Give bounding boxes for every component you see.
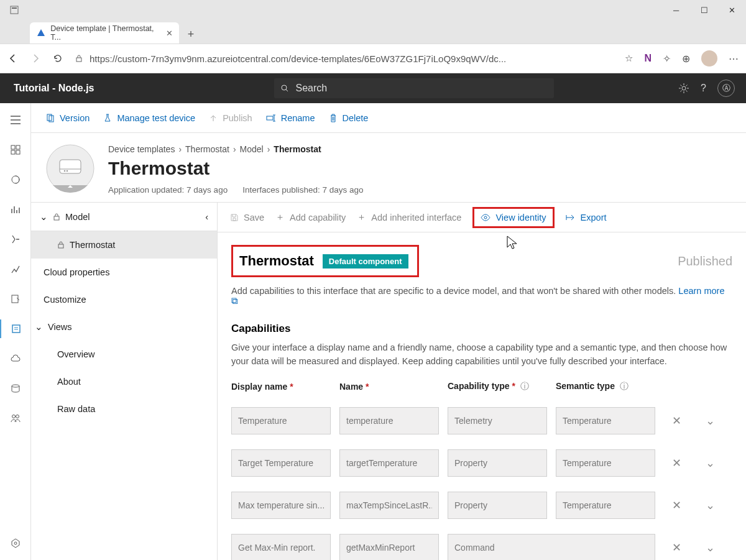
capability-type-input[interactable]: [448, 492, 547, 519]
capability-row: ✕⌄: [231, 534, 732, 561]
profile-avatar[interactable]: [701, 50, 717, 67]
refresh-button[interactable]: [52, 53, 63, 64]
rail-menu[interactable]: [0, 111, 31, 129]
capability-type-input[interactable]: [448, 449, 547, 477]
tree-item-label: Views: [48, 322, 71, 332]
tree-root[interactable]: ⌄ Model ‹: [31, 203, 217, 231]
rail-dashboard[interactable]: [0, 140, 31, 159]
delete-row-icon[interactable]: ✕: [664, 541, 689, 554]
svg-marker-2: [37, 29, 45, 36]
help-icon[interactable]: ?: [701, 83, 706, 94]
tree-item-label: Raw data: [57, 404, 95, 414]
delete-row-icon[interactable]: ✕: [664, 414, 689, 428]
breadcrumb-link[interactable]: Thermostat: [185, 144, 229, 154]
name-input[interactable]: [339, 407, 439, 434]
user-badge[interactable]: Ⓐ: [717, 80, 735, 97]
expand-row-icon[interactable]: ⌄: [698, 498, 722, 512]
svg-rect-9: [16, 150, 20, 154]
tree-item-label: Overview: [57, 349, 94, 359]
tree-item-raw-data[interactable]: Raw data: [31, 395, 217, 423]
search-placeholder: Search: [295, 83, 327, 94]
new-tab-button[interactable]: +: [182, 25, 200, 44]
browser-tab[interactable]: Device template | Thermostat, T... ✕: [30, 22, 179, 44]
rename-button[interactable]: Rename: [266, 113, 315, 123]
display-name-input[interactable]: [231, 534, 331, 561]
add-inherited-button: ＋ Add inherited interface: [357, 211, 461, 223]
description-text: Add capabilities to this interface that …: [231, 286, 676, 296]
address-bar[interactable]: https://custom-7rn3ymv9nm.azureiotcentra…: [71, 53, 637, 64]
name-input[interactable]: [339, 449, 439, 477]
svg-point-24: [67, 170, 68, 172]
capability-row: ✕⌄: [231, 492, 732, 519]
search-input[interactable]: Search: [274, 78, 554, 98]
lock-icon: [75, 54, 83, 63]
expand-row-icon[interactable]: ⌄: [698, 414, 722, 428]
rail-cloud[interactable]: [0, 349, 31, 368]
rail-jobs[interactable]: [0, 230, 31, 249]
rail-rules[interactable]: [0, 260, 31, 278]
breadcrumb: Device templates › Thermostat › Model › …: [108, 144, 731, 154]
component-description: Add capabilities to this interface that …: [231, 286, 732, 306]
minimize-button[interactable]: ─: [662, 1, 690, 19]
manage-test-device-button[interactable]: Manage test device: [103, 113, 195, 123]
semantic-type-input[interactable]: [556, 492, 655, 519]
trash-icon: [329, 114, 338, 122]
settings-icon[interactable]: [678, 83, 689, 94]
rail-admin[interactable]: [0, 409, 31, 428]
version-label: Version: [60, 113, 90, 123]
capability-type-input[interactable]: [448, 407, 547, 434]
tree-item-cloud-properties[interactable]: Cloud properties: [31, 259, 217, 286]
semantic-type-input[interactable]: [556, 449, 655, 477]
version-button[interactable]: Version: [46, 113, 90, 123]
breadcrumb-link[interactable]: Model: [240, 144, 264, 154]
semantic-type-input[interactable]: [556, 407, 655, 434]
tree-item-label: Customize: [44, 295, 86, 305]
svg-rect-12: [12, 325, 20, 333]
tree-item-views[interactable]: ⌄ Views: [31, 313, 217, 341]
rail-device-templates[interactable]: [0, 319, 31, 338]
rail-storage[interactable]: [0, 379, 31, 398]
display-name-input[interactable]: [231, 492, 331, 519]
close-tab-icon[interactable]: ✕: [166, 29, 173, 38]
onenote-icon[interactable]: N: [644, 53, 652, 64]
tree-item-customize[interactable]: Customize: [31, 286, 217, 313]
forward-button[interactable]: [30, 53, 41, 64]
collapse-icon[interactable]: ‹: [205, 212, 208, 222]
app-menu-icon[interactable]: [5, 6, 24, 14]
add-capability-label: Add capability: [290, 213, 346, 223]
published-status: Published: [678, 254, 732, 269]
back-button[interactable]: [7, 53, 19, 64]
delete-row-icon[interactable]: ✕: [664, 498, 689, 512]
close-window-button[interactable]: ✕: [718, 1, 746, 19]
breadcrumb-link[interactable]: Device templates: [108, 144, 175, 154]
view-identity-button[interactable]: View identity: [472, 207, 554, 228]
tree-item-overview[interactable]: Overview: [31, 341, 217, 368]
svg-rect-26: [58, 244, 63, 248]
favorites-icon[interactable]: ✧: [663, 53, 671, 65]
capability-type-input[interactable]: [448, 534, 655, 561]
plus-icon: ＋: [275, 211, 285, 223]
name-input[interactable]: [339, 534, 439, 561]
more-icon[interactable]: ⋯: [729, 53, 739, 65]
rail-devices[interactable]: [0, 170, 31, 189]
maximize-button[interactable]: ☐: [690, 1, 718, 19]
expand-row-icon[interactable]: ⌄: [698, 456, 722, 470]
display-name-input[interactable]: [231, 407, 331, 434]
collections-icon[interactable]: ⊕: [682, 53, 690, 65]
rail-data-export[interactable]: [0, 290, 31, 308]
tree-item-about[interactable]: About: [31, 368, 217, 395]
add-inherited-label: Add inherited interface: [371, 213, 461, 223]
tree-item-thermostat[interactable]: Thermostat: [31, 231, 217, 259]
delete-row-icon[interactable]: ✕: [664, 456, 689, 470]
rail-analytics[interactable]: [0, 200, 31, 219]
save-icon: [230, 213, 239, 222]
col-display-name: Display name *: [231, 382, 331, 392]
star-icon[interactable]: ☆: [625, 53, 633, 64]
name-input[interactable]: [339, 492, 439, 519]
rail-settings[interactable]: [0, 534, 31, 553]
delete-button[interactable]: Delete: [329, 113, 369, 123]
export-button[interactable]: Export: [566, 213, 607, 223]
svg-point-27: [484, 216, 487, 219]
display-name-input[interactable]: [231, 449, 331, 477]
expand-row-icon[interactable]: ⌄: [698, 541, 722, 554]
